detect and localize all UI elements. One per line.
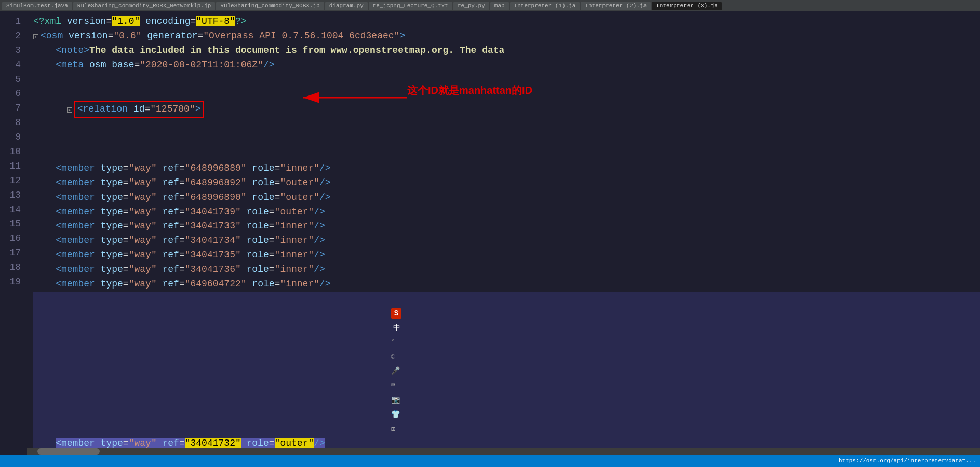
code-line-11: <member type="way" ref="34041733" role="… [33, 219, 980, 233]
annotation-arrow [298, 85, 412, 111]
code-area: <?xml version="1.0" encoding="UTF-8"?> ▸… [27, 11, 980, 455]
ln-15: 15 [0, 217, 27, 231]
tab-repy[interactable]: re_py.py [453, 2, 489, 10]
ln-16: 16 [0, 231, 27, 246]
annotation-group: 这个ID就是manhattan的ID [303, 83, 348, 155]
code-line-10: <member type="way" ref="34041739" role="… [33, 205, 980, 219]
tab-rulesharing1[interactable]: RuleSharing_commodity_ROBX_Networklp.jp [73, 2, 215, 10]
tab-interpreter1[interactable]: Interpreter (1).ja [510, 2, 580, 10]
code-line-1: <?xml version="1.0" encoding="UTF-8"?> [33, 15, 980, 29]
code-line-6: ▸<relation id="125780"> 这个ID就是manhattan的… [33, 87, 980, 161]
code-line-16: <member type="way" ref="34041732" role="… [33, 292, 980, 451]
code-line-7: <member type="way" ref="648996889" role=… [33, 161, 980, 176]
sogou-input-toolbar: S 中 ° ☺ 🎤 ⌨ 📷 👕 ⊞ [346, 292, 401, 451]
fold-6[interactable]: ▸ [67, 107, 72, 113]
ln-6: 6 [0, 87, 27, 101]
tab-map[interactable]: map [490, 2, 509, 10]
tab-interpreter3[interactable]: Interpreter (3).ja [652, 2, 722, 10]
ln-4: 4 [0, 58, 27, 73]
code-line-15: <member type="way" ref="649604722" role=… [33, 277, 980, 292]
tab-rejcpng[interactable]: re_jcpng_Lecture_Q.txt [369, 2, 452, 10]
code-line-2: ▸<osm version="0.6" generator="Overpass … [33, 29, 980, 44]
tab-rulesharing2[interactable]: RuleSharing_commodity_ROBX.jp [216, 2, 324, 10]
ln-1: 1 [0, 15, 27, 29]
tab-diagram[interactable]: diagram.py [325, 2, 368, 10]
ln-9: 9 [0, 130, 27, 145]
ln-11: 11 [0, 159, 27, 174]
tab-bar: SimulBom.test.java RuleSharing_commodity… [0, 0, 980, 11]
code-line-14: <member type="way" ref="34041736" role="… [33, 263, 980, 277]
line-numbers: 1 2 3 4 5 6 7 8 9 10 11 12 13 14 15 16 1… [0, 11, 27, 293]
editor-area: 1 2 3 4 5 6 7 8 9 10 11 12 13 14 15 16 1… [0, 11, 980, 455]
tab-simulbom[interactable]: SimulBom.test.java [2, 2, 72, 10]
relation-id-box: <relation id="125780"> [74, 101, 204, 118]
horizontal-scrollbar[interactable] [27, 448, 980, 455]
ln-12: 12 [0, 174, 27, 188]
ln-2: 2 [0, 29, 27, 44]
code-line-3: <note>The data included in this document… [33, 44, 980, 58]
ln-13: 13 [0, 188, 27, 203]
code-line-4: <meta osm_base="2020-08-02T11:01:06Z"/> [33, 58, 980, 73]
ln-19: 19 [0, 275, 27, 290]
ln-10: 10 [0, 145, 27, 159]
ln-7: 7 [0, 101, 27, 116]
ln-3: 3 [0, 44, 27, 58]
ln-8: 8 [0, 116, 27, 130]
code-line-9: <member type="way" ref="648996890" role=… [33, 190, 980, 205]
ln-17: 17 [0, 246, 27, 260]
tab-interpreter2[interactable]: Interpreter (2).ja [581, 2, 651, 10]
code-line-8: <member type="way" ref="648996892" role=… [33, 176, 980, 190]
ln-18: 18 [0, 260, 27, 275]
code-line-5 [33, 73, 980, 87]
ln-5: 5 [0, 73, 27, 87]
fold-2[interactable]: ▸ [33, 34, 38, 39]
code-line-13: <member type="way" ref="34041735" role="… [33, 248, 980, 263]
code-line-12: <member type="way" ref="34041734" role="… [33, 233, 980, 248]
ln-14: 14 [0, 203, 27, 217]
